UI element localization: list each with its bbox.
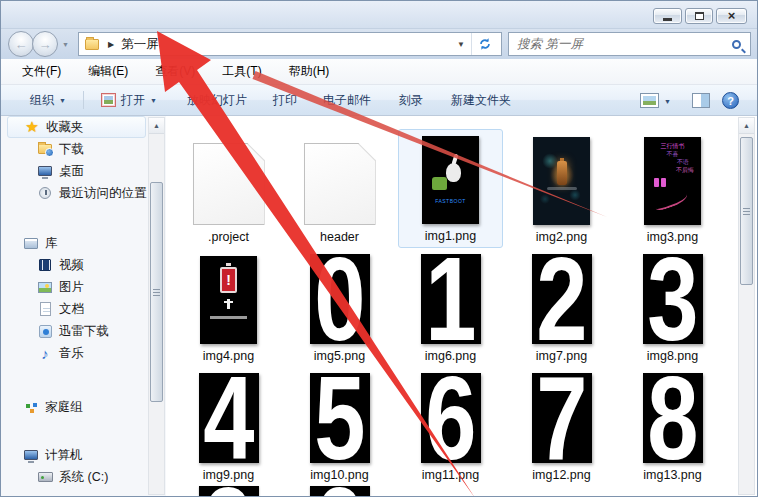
- file-item[interactable]: 3 img8.png: [620, 248, 725, 367]
- sidebar-item-downloads[interactable]: 下载: [1, 138, 166, 160]
- file-item[interactable]: .project: [176, 129, 281, 248]
- open-button[interactable]: 打开▼: [92, 88, 166, 113]
- file-item[interactable]: 7 img12.png: [509, 367, 614, 486]
- print-button[interactable]: 打印: [264, 88, 306, 113]
- file-item[interactable]: 5 img10.png: [287, 367, 392, 486]
- file-name: .project: [208, 230, 249, 244]
- film-icon: [37, 257, 53, 273]
- menu-help[interactable]: 帮助(H): [282, 60, 337, 83]
- digit-thumbnail: 1: [421, 254, 481, 344]
- window-controls: ×: [653, 8, 747, 24]
- document-file-icon: [193, 143, 265, 225]
- file-item[interactable]: 1 img6.png: [398, 248, 503, 367]
- picture-icon: [37, 279, 53, 295]
- preview-pane-button[interactable]: [692, 93, 710, 108]
- bunny-mascot-icon: [446, 163, 461, 182]
- scroll-up-button[interactable]: ▲: [739, 118, 754, 134]
- desktop-icon: [37, 163, 53, 179]
- change-view-button[interactable]: ▼: [631, 89, 680, 112]
- slideshow-button[interactable]: 放映幻灯片: [178, 88, 256, 113]
- star-icon: ★: [24, 119, 40, 135]
- print-label: 打印: [273, 92, 297, 109]
- sidebar-item-desktop[interactable]: 桌面: [1, 160, 166, 182]
- forward-button[interactable]: →: [32, 31, 58, 57]
- breadcrumb-arrow-icon[interactable]: ▶: [108, 40, 114, 49]
- sidebar-scrollbar[interactable]: ▲: [148, 117, 165, 495]
- refresh-button[interactable]: [471, 33, 497, 55]
- address-dropdown-icon[interactable]: ▼: [457, 40, 465, 49]
- sidebar-item-documents[interactable]: 文档: [1, 298, 166, 320]
- burn-button[interactable]: 刻录: [390, 88, 432, 113]
- sidebar-item-recent-places[interactable]: 最近访问的位置: [1, 182, 166, 204]
- menu-edit[interactable]: 编辑(E): [81, 60, 135, 83]
- image-thumbnail-fastboot: FASTBOOT: [422, 136, 479, 224]
- sidebar-item-system-drive[interactable]: 系统 (C:): [1, 466, 166, 488]
- fastboot-caption: FASTBOOT: [422, 198, 479, 204]
- search-input[interactable]: [515, 36, 732, 52]
- scrollbar-thumb[interactable]: [740, 137, 753, 285]
- file-item[interactable]: 三行情书 不喜 不语 不后悔 img3.png: [620, 129, 725, 248]
- digit-thumbnail: 4: [199, 373, 259, 463]
- menu-tools[interactable]: 工具(T): [215, 60, 268, 83]
- file-item[interactable]: header: [287, 129, 392, 248]
- toolbar-right-group: ▼ ?: [631, 85, 739, 116]
- poem-line: 三行情书: [648, 142, 697, 150]
- sidebar-item-label: 下载: [59, 141, 84, 158]
- new-folder-button[interactable]: 新建文件夹: [442, 88, 520, 113]
- file-item[interactable]: 8 img13.png: [620, 367, 725, 486]
- forward-arrow-icon: →: [39, 37, 52, 52]
- breadcrumb-path[interactable]: 第一屏: [121, 36, 159, 53]
- scrollbar-thumb[interactable]: [150, 182, 163, 402]
- menu-file[interactable]: 文件(F): [15, 60, 68, 83]
- search-box[interactable]: [508, 32, 751, 56]
- scrollbar-grip-icon: [153, 289, 160, 296]
- file-item[interactable]: 4 img9.png: [176, 367, 281, 486]
- sidebar-item-label: 桌面: [59, 163, 84, 180]
- back-button[interactable]: ←: [8, 31, 34, 57]
- file-item[interactable]: 9: [176, 486, 281, 496]
- history-dropdown-icon[interactable]: ▼: [62, 41, 69, 48]
- digit-thumbnail: 6: [421, 373, 481, 463]
- file-item[interactable]: 2 img7.png: [509, 248, 614, 367]
- sidebar-item-videos[interactable]: 视频: [1, 254, 166, 276]
- sidebar-item-libraries[interactable]: 库: [1, 232, 166, 254]
- file-name: img11.png: [422, 468, 479, 482]
- address-bar[interactable]: ▶ 第一屏 ▼: [78, 32, 502, 56]
- sidebar-item-computer[interactable]: 计算机: [1, 444, 166, 466]
- maximize-button[interactable]: [685, 8, 713, 24]
- file-item[interactable]: ! img4.png: [176, 248, 281, 367]
- sidebar-item-label: 视频: [59, 257, 84, 274]
- hard-drive-icon: [37, 469, 53, 485]
- file-item[interactable]: 0: [287, 486, 392, 496]
- homegroup-icon: [23, 399, 39, 415]
- file-item[interactable]: img2.png: [509, 129, 614, 248]
- menu-view[interactable]: 查看(V): [148, 60, 202, 83]
- sidebar-item-music[interactable]: ♪ 音乐: [1, 342, 166, 364]
- image-thumbnail-poem: 三行情书 不喜 不语 不后悔: [644, 137, 701, 225]
- sidebar-item-homegroup[interactable]: 家庭组: [1, 396, 166, 418]
- sidebar-item-thunder-download[interactable]: 迅雷下载: [1, 320, 166, 342]
- file-item-selected[interactable]: FASTBOOT img1.png: [398, 129, 503, 248]
- scroll-up-button[interactable]: ▲: [149, 118, 164, 134]
- minimize-button[interactable]: [653, 8, 682, 24]
- library-icon: [23, 235, 39, 251]
- sidebar-item-favorites[interactable]: ★ 收藏夹: [7, 116, 146, 138]
- digit-thumbnail: 5: [310, 373, 370, 463]
- folder-icon: [85, 39, 99, 50]
- file-list-scrollbar[interactable]: ▲: [738, 117, 755, 495]
- help-button[interactable]: ?: [722, 92, 739, 109]
- email-button[interactable]: 电子邮件: [314, 88, 380, 113]
- poem-line: 不喜: [648, 150, 697, 158]
- file-item[interactable]: 0 img5.png: [287, 248, 392, 367]
- file-item[interactable]: 6 img11.png: [398, 367, 503, 486]
- search-icon[interactable]: [732, 40, 741, 49]
- sidebar-item-pictures[interactable]: 图片: [1, 276, 166, 298]
- close-icon: ×: [728, 11, 736, 21]
- close-button[interactable]: ×: [716, 8, 747, 24]
- command-bar: 组织▼ 打开▼ 放映幻灯片 打印 电子邮件 刻录 新建文件夹 ▼ ?: [1, 85, 757, 116]
- chevron-down-icon: ▼: [664, 98, 671, 105]
- title-bar[interactable]: ×: [1, 1, 757, 29]
- battery-icon: [557, 161, 567, 185]
- file-name: img5.png: [314, 349, 365, 363]
- organize-button[interactable]: 组织▼: [21, 88, 75, 113]
